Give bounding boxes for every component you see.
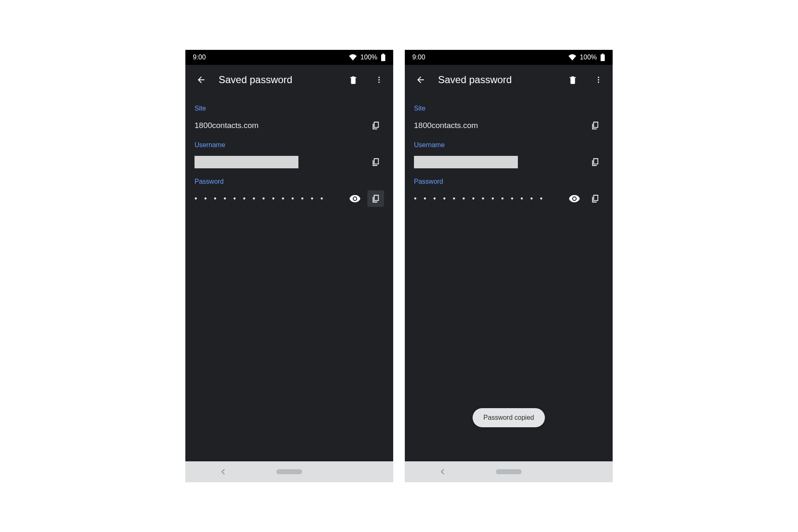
username-field: Username — [195, 141, 384, 170]
password-value: • • • • • • • • • • • • • • — [195, 192, 342, 205]
phone-pair: 9:00 100% Saved password — [178, 42, 620, 490]
page-title: Saved password — [219, 74, 336, 86]
username-field: Username — [414, 141, 603, 170]
svg-point-9 — [598, 81, 599, 83]
site-field: Site 1800contacts.com — [414, 105, 603, 134]
wifi-icon — [568, 54, 576, 61]
username-label: Username — [195, 141, 384, 149]
phone-frame-left: 9:00 100% Saved password — [185, 50, 393, 482]
password-value: • • • • • • • • • • • • • • — [414, 192, 562, 205]
wifi-icon — [349, 54, 357, 61]
overflow-menu-button[interactable] — [590, 71, 607, 88]
overflow-menu-button[interactable] — [371, 71, 387, 88]
status-bar: 9:00 100% — [185, 50, 393, 65]
battery-icon — [381, 54, 386, 61]
svg-point-3 — [378, 79, 379, 80]
svg-rect-1 — [382, 54, 384, 55]
show-password-button[interactable] — [347, 190, 363, 207]
system-nav-bar — [185, 461, 393, 482]
nav-back-icon[interactable] — [439, 468, 446, 475]
content-area: Site 1800contacts.com Username — [405, 95, 613, 207]
svg-point-2 — [378, 77, 379, 78]
svg-point-7 — [598, 77, 599, 78]
copy-password-button[interactable] — [367, 190, 384, 207]
site-field: Site 1800contacts.com — [195, 105, 384, 134]
phone-frame-right: 9:00 100% Saved password — [405, 50, 613, 482]
svg-point-8 — [598, 79, 599, 80]
copy-site-button[interactable] — [367, 117, 384, 134]
toast-password-copied: Password copied — [473, 408, 545, 427]
content-area: Site 1800contacts.com Username — [185, 95, 393, 207]
status-time: 9:00 — [412, 54, 425, 61]
copy-password-button[interactable] — [587, 190, 603, 207]
nav-home-pill[interactable] — [276, 469, 302, 474]
status-time: 9:00 — [193, 54, 206, 61]
back-button[interactable] — [412, 71, 429, 88]
battery-icon — [600, 54, 605, 61]
copy-site-button[interactable] — [587, 117, 603, 134]
svg-rect-6 — [602, 54, 603, 55]
screen: 9:00 100% Saved password — [185, 50, 393, 461]
username-label: Username — [414, 141, 603, 149]
app-bar: Saved password — [405, 65, 613, 95]
screen: 9:00 100% Saved password — [405, 50, 613, 461]
svg-rect-5 — [601, 54, 605, 61]
show-password-button[interactable] — [566, 190, 583, 207]
copy-username-button[interactable] — [367, 154, 384, 170]
battery-text: 100% — [360, 54, 377, 61]
site-value: 1800contacts.com — [414, 119, 583, 132]
username-redacted-box — [414, 156, 518, 168]
site-label: Site — [195, 105, 384, 112]
page-title: Saved password — [438, 74, 555, 86]
app-bar: Saved password — [185, 65, 393, 95]
site-value: 1800contacts.com — [195, 119, 363, 132]
back-button[interactable] — [193, 71, 209, 88]
delete-button[interactable] — [345, 71, 362, 88]
password-label: Password — [195, 178, 384, 185]
status-bar: 9:00 100% — [405, 50, 613, 65]
password-label: Password — [414, 178, 603, 185]
site-label: Site — [414, 105, 603, 112]
battery-text: 100% — [580, 54, 597, 61]
password-field: Password • • • • • • • • • • • • • • — [195, 178, 384, 207]
svg-rect-0 — [381, 54, 385, 61]
copy-username-button[interactable] — [587, 154, 603, 170]
username-redacted-box — [195, 156, 298, 168]
username-value — [414, 156, 583, 168]
username-value — [195, 156, 363, 168]
password-field: Password • • • • • • • • • • • • • • — [414, 178, 603, 207]
system-nav-bar — [405, 461, 613, 482]
nav-home-pill[interactable] — [496, 469, 522, 474]
nav-back-icon[interactable] — [220, 468, 227, 475]
svg-point-4 — [378, 81, 379, 83]
delete-button[interactable] — [564, 71, 581, 88]
